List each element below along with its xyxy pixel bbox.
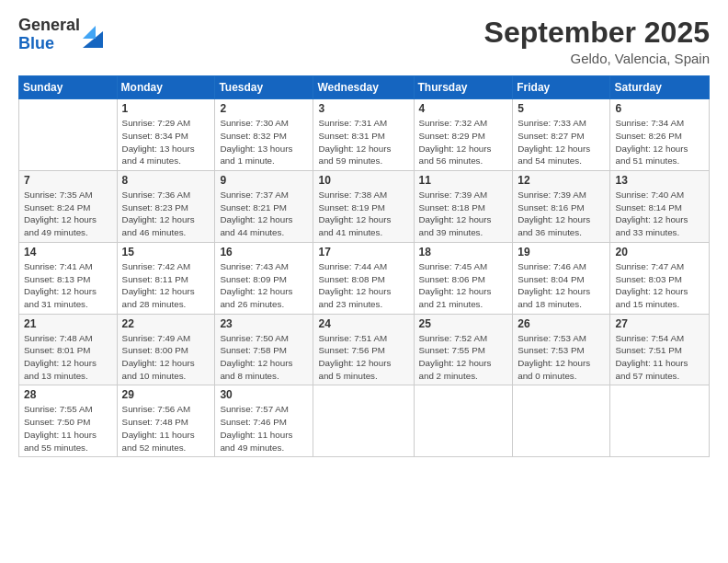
- calendar-week-row: 14Sunrise: 7:41 AMSunset: 8:13 PMDayligh…: [19, 242, 710, 314]
- calendar-table: Sunday Monday Tuesday Wednesday Thursday…: [18, 75, 710, 457]
- table-row: 28Sunrise: 7:55 AMSunset: 7:50 PMDayligh…: [19, 385, 118, 457]
- day-info: Sunrise: 7:36 AMSunset: 8:23 PMDaylight:…: [122, 189, 210, 239]
- location: Geldo, Valencia, Spain: [484, 51, 710, 66]
- col-thursday: Thursday: [414, 76, 513, 99]
- col-friday: Friday: [513, 76, 610, 99]
- day-number: 11: [419, 174, 508, 187]
- day-number: 5: [518, 102, 605, 115]
- table-row: 18Sunrise: 7:45 AMSunset: 8:06 PMDayligh…: [414, 242, 513, 314]
- table-row: [513, 385, 610, 457]
- day-number: 20: [615, 246, 704, 259]
- day-number: 26: [518, 317, 605, 330]
- table-row: [313, 385, 414, 457]
- calendar-week-row: 7Sunrise: 7:35 AMSunset: 8:24 PMDaylight…: [19, 171, 710, 243]
- logo-blue: Blue: [18, 35, 80, 53]
- day-info: Sunrise: 7:41 AMSunset: 8:13 PMDaylight:…: [24, 260, 112, 311]
- day-number: 21: [24, 317, 112, 330]
- day-number: 12: [518, 174, 605, 187]
- calendar-week-row: 21Sunrise: 7:48 AMSunset: 8:01 PMDayligh…: [19, 314, 710, 385]
- table-row: 17Sunrise: 7:44 AMSunset: 8:08 PMDayligh…: [313, 242, 414, 314]
- day-number: 7: [24, 174, 112, 187]
- logo-general: General: [18, 17, 80, 35]
- col-tuesday: Tuesday: [215, 76, 313, 99]
- table-row: 9Sunrise: 7:37 AMSunset: 8:21 PMDaylight…: [215, 171, 313, 243]
- day-info: Sunrise: 7:57 AMSunset: 7:46 PMDaylight:…: [220, 403, 308, 454]
- day-number: 30: [220, 388, 308, 401]
- day-number: 9: [220, 174, 308, 187]
- day-info: Sunrise: 7:40 AMSunset: 8:14 PMDaylight:…: [615, 189, 704, 239]
- table-row: 3Sunrise: 7:31 AMSunset: 8:31 PMDaylight…: [313, 99, 414, 171]
- day-number: 22: [122, 317, 210, 330]
- table-row: 25Sunrise: 7:52 AMSunset: 7:55 PMDayligh…: [414, 314, 513, 385]
- table-row: 22Sunrise: 7:49 AMSunset: 8:00 PMDayligh…: [117, 314, 215, 385]
- table-row: 21Sunrise: 7:48 AMSunset: 8:01 PMDayligh…: [19, 314, 118, 385]
- day-info: Sunrise: 7:53 AMSunset: 7:53 PMDaylight:…: [518, 332, 605, 383]
- day-number: 15: [122, 246, 210, 259]
- table-row: 10Sunrise: 7:38 AMSunset: 8:19 PMDayligh…: [313, 171, 414, 243]
- table-row: 24Sunrise: 7:51 AMSunset: 7:56 PMDayligh…: [313, 314, 414, 385]
- day-info: Sunrise: 7:50 AMSunset: 7:58 PMDaylight:…: [220, 332, 308, 383]
- day-info: Sunrise: 7:37 AMSunset: 8:21 PMDaylight:…: [220, 189, 308, 239]
- table-row: 29Sunrise: 7:56 AMSunset: 7:48 PMDayligh…: [117, 385, 215, 457]
- svg-marker-1: [83, 26, 96, 39]
- day-info: Sunrise: 7:29 AMSunset: 8:34 PMDaylight:…: [122, 117, 210, 167]
- day-info: Sunrise: 7:31 AMSunset: 8:31 PMDaylight:…: [318, 117, 408, 167]
- table-row: [610, 385, 710, 457]
- table-row: 1Sunrise: 7:29 AMSunset: 8:34 PMDaylight…: [117, 99, 215, 171]
- logo-icon: [83, 22, 103, 48]
- day-info: Sunrise: 7:49 AMSunset: 8:00 PMDaylight:…: [122, 332, 210, 383]
- day-number: 16: [220, 246, 308, 259]
- table-row: 27Sunrise: 7:54 AMSunset: 7:51 PMDayligh…: [610, 314, 710, 385]
- table-row: 20Sunrise: 7:47 AMSunset: 8:03 PMDayligh…: [610, 242, 710, 314]
- day-info: Sunrise: 7:38 AMSunset: 8:19 PMDaylight:…: [318, 189, 408, 239]
- day-info: Sunrise: 7:30 AMSunset: 8:32 PMDaylight:…: [220, 117, 308, 167]
- day-info: Sunrise: 7:51 AMSunset: 7:56 PMDaylight:…: [318, 332, 408, 383]
- day-info: Sunrise: 7:44 AMSunset: 8:08 PMDaylight:…: [318, 260, 408, 311]
- calendar-week-row: 28Sunrise: 7:55 AMSunset: 7:50 PMDayligh…: [19, 385, 710, 457]
- day-number: 13: [615, 174, 704, 187]
- logo-text: General Blue: [18, 17, 80, 53]
- col-wednesday: Wednesday: [313, 76, 414, 99]
- day-number: 2: [220, 102, 308, 115]
- day-number: 3: [318, 102, 408, 115]
- day-info: Sunrise: 7:48 AMSunset: 8:01 PMDaylight:…: [24, 332, 112, 383]
- table-row: 13Sunrise: 7:40 AMSunset: 8:14 PMDayligh…: [610, 171, 710, 243]
- day-info: Sunrise: 7:33 AMSunset: 8:27 PMDaylight:…: [518, 117, 605, 167]
- table-row: 19Sunrise: 7:46 AMSunset: 8:04 PMDayligh…: [513, 242, 610, 314]
- table-row: 7Sunrise: 7:35 AMSunset: 8:24 PMDaylight…: [19, 171, 118, 243]
- day-number: 8: [122, 174, 210, 187]
- month-title: September 2025: [484, 17, 710, 49]
- table-row: 14Sunrise: 7:41 AMSunset: 8:13 PMDayligh…: [19, 242, 118, 314]
- day-info: Sunrise: 7:47 AMSunset: 8:03 PMDaylight:…: [615, 260, 704, 311]
- day-number: 29: [122, 388, 210, 401]
- col-saturday: Saturday: [610, 76, 710, 99]
- day-number: 18: [419, 246, 508, 259]
- table-row: 2Sunrise: 7:30 AMSunset: 8:32 PMDaylight…: [215, 99, 313, 171]
- calendar-header-row: Sunday Monday Tuesday Wednesday Thursday…: [19, 76, 710, 99]
- day-number: 24: [318, 317, 408, 330]
- day-number: 27: [615, 317, 704, 330]
- table-row: 12Sunrise: 7:39 AMSunset: 8:16 PMDayligh…: [513, 171, 610, 243]
- day-info: Sunrise: 7:39 AMSunset: 8:16 PMDaylight:…: [518, 189, 605, 239]
- table-row: 8Sunrise: 7:36 AMSunset: 8:23 PMDaylight…: [117, 171, 215, 243]
- table-row: 26Sunrise: 7:53 AMSunset: 7:53 PMDayligh…: [513, 314, 610, 385]
- day-info: Sunrise: 7:34 AMSunset: 8:26 PMDaylight:…: [615, 117, 704, 167]
- table-row: 5Sunrise: 7:33 AMSunset: 8:27 PMDaylight…: [513, 99, 610, 171]
- day-number: 14: [24, 246, 112, 259]
- col-sunday: Sunday: [19, 76, 118, 99]
- day-number: 6: [615, 102, 704, 115]
- col-monday: Monday: [117, 76, 215, 99]
- day-number: 4: [419, 102, 508, 115]
- day-info: Sunrise: 7:52 AMSunset: 7:55 PMDaylight:…: [419, 332, 508, 383]
- day-info: Sunrise: 7:55 AMSunset: 7:50 PMDaylight:…: [24, 403, 112, 454]
- day-info: Sunrise: 7:46 AMSunset: 8:04 PMDaylight:…: [518, 260, 605, 311]
- table-row: 4Sunrise: 7:32 AMSunset: 8:29 PMDaylight…: [414, 99, 513, 171]
- day-number: 17: [318, 246, 408, 259]
- header: General Blue September 2025 Geldo, Valen…: [18, 17, 710, 66]
- table-row: [19, 99, 118, 171]
- logo: General Blue: [18, 17, 103, 53]
- table-row: 11Sunrise: 7:39 AMSunset: 8:18 PMDayligh…: [414, 171, 513, 243]
- calendar-week-row: 1Sunrise: 7:29 AMSunset: 8:34 PMDaylight…: [19, 99, 710, 171]
- day-number: 1: [122, 102, 210, 115]
- title-block: September 2025 Geldo, Valencia, Spain: [484, 17, 710, 66]
